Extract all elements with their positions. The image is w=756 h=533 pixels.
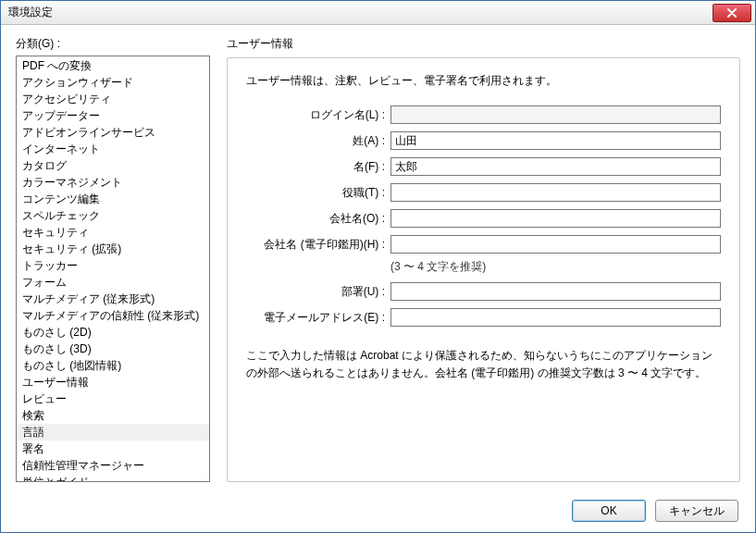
- cancel-button[interactable]: キャンセル: [655, 500, 738, 522]
- list-item[interactable]: 署名: [17, 440, 209, 457]
- list-item[interactable]: セキュリティ: [17, 224, 209, 241]
- preferences-window: 環境設定 分類(G) : PDF への変換アクションウィザードアクセシビリティア…: [0, 0, 756, 533]
- firstname-label: 名(F) :: [246, 159, 390, 175]
- list-item[interactable]: フォーム: [17, 274, 209, 291]
- ok-button[interactable]: OK: [572, 500, 646, 522]
- field-lastname: 姓(A) :: [246, 131, 721, 150]
- list-item[interactable]: 言語: [17, 424, 209, 440]
- hanko-hint: (3 〜 4 文字を推奨): [390, 259, 486, 275]
- firstname-input[interactable]: [390, 157, 721, 176]
- login-input: [390, 105, 721, 124]
- categories-column: 分類(G) : PDF への変換アクションウィザードアクセシビリティアップデータ…: [16, 36, 210, 482]
- section-title: ユーザー情報: [227, 36, 740, 52]
- list-item[interactable]: カタログ: [17, 157, 209, 174]
- list-item[interactable]: アドビオンラインサービス: [17, 124, 209, 141]
- window-title: 環境設定: [8, 5, 713, 20]
- list-item[interactable]: ものさし (地図情報): [17, 357, 209, 374]
- list-item[interactable]: アクションウィザード: [17, 74, 209, 91]
- content-column: ユーザー情報 ユーザー情報は、注釈、レビュー、電子署名で利用されます。 ログイン…: [227, 36, 740, 482]
- list-item[interactable]: セキュリティ (拡張): [17, 241, 209, 257]
- company-label: 会社名(O) :: [246, 211, 390, 227]
- company-input[interactable]: [390, 209, 721, 228]
- list-item[interactable]: ものさし (3D): [17, 341, 209, 357]
- title-label: 役職(T) :: [246, 185, 390, 201]
- department-label: 部署(U) :: [246, 284, 390, 300]
- list-item[interactable]: 検索: [17, 407, 209, 424]
- list-item[interactable]: 単位とガイド: [17, 474, 209, 482]
- titlebar: 環境設定: [1, 1, 755, 25]
- categories-label: 分類(G) :: [16, 36, 210, 52]
- field-department: 部署(U) :: [246, 282, 721, 301]
- login-label: ログイン名(L) :: [246, 107, 390, 123]
- section-footnote: ここで入力した情報は Acrobat により保護されるため、知らないうちにこのア…: [246, 347, 721, 382]
- list-item[interactable]: スペルチェック: [17, 207, 209, 224]
- email-input[interactable]: [390, 308, 721, 327]
- close-button[interactable]: [713, 4, 751, 22]
- list-item[interactable]: ユーザー情報: [17, 374, 209, 390]
- list-item[interactable]: マルチメディアの信頼性 (従来形式): [17, 307, 209, 324]
- lastname-input[interactable]: [390, 131, 721, 150]
- list-item[interactable]: ものさし (2D): [17, 324, 209, 341]
- field-company-hanko: 会社名 (電子印鑑用)(H) :: [246, 235, 721, 254]
- email-label: 電子メールアドレス(E) :: [246, 310, 390, 326]
- list-item[interactable]: PDF への変換: [17, 57, 209, 74]
- list-item[interactable]: 信頼性管理マネージャー: [17, 457, 209, 474]
- field-firstname: 名(F) :: [246, 157, 721, 176]
- categories-listbox[interactable]: PDF への変換アクションウィザードアクセシビリティアップデーターアドビオンライ…: [16, 56, 210, 482]
- title-input[interactable]: [390, 183, 721, 202]
- field-company: 会社名(O) :: [246, 209, 721, 228]
- list-item[interactable]: インターネット: [17, 141, 209, 157]
- list-item[interactable]: アップデーター: [17, 107, 209, 124]
- list-item[interactable]: アクセシビリティ: [17, 91, 209, 107]
- department-input[interactable]: [390, 282, 721, 301]
- list-item[interactable]: レビュー: [17, 390, 209, 407]
- company-hanko-label: 会社名 (電子印鑑用)(H) :: [246, 237, 390, 253]
- button-row: OK キャンセル: [1, 490, 755, 532]
- lastname-label: 姓(A) :: [246, 133, 390, 149]
- close-icon: [726, 8, 737, 18]
- company-hanko-input[interactable]: [390, 235, 721, 254]
- dialog-body: 分類(G) : PDF への変換アクションウィザードアクセシビリティアップデータ…: [1, 25, 755, 490]
- list-item[interactable]: トラッカー: [17, 257, 209, 274]
- list-item[interactable]: コンテンツ編集: [17, 191, 209, 207]
- field-title: 役職(T) :: [246, 183, 721, 202]
- hanko-hint-row: (3 〜 4 文字を推奨): [246, 259, 721, 275]
- field-email: 電子メールアドレス(E) :: [246, 308, 721, 327]
- list-item[interactable]: マルチメディア (従来形式): [17, 291, 209, 307]
- user-info-panel: ユーザー情報は、注釈、レビュー、電子署名で利用されます。 ログイン名(L) : …: [227, 57, 740, 482]
- field-login: ログイン名(L) :: [246, 105, 721, 124]
- list-item[interactable]: カラーマネジメント: [17, 174, 209, 191]
- section-intro: ユーザー情報は、注釈、レビュー、電子署名で利用されます。: [246, 73, 721, 89]
